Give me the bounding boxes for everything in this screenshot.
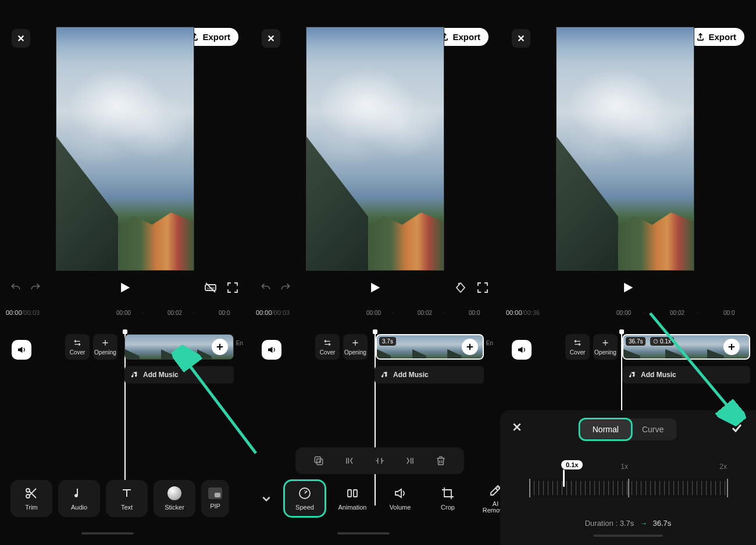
mute-button[interactable] [12, 340, 31, 360]
sheet-confirm-button[interactable] [730, 422, 744, 436]
mute-button[interactable] [512, 340, 532, 360]
speed-value-pill: 0.1x [561, 460, 583, 469]
speed-mode-normal[interactable]: Normal [581, 420, 630, 439]
timeline-ruler: 00:00 · 00:02 · 00:0 [116, 310, 244, 316]
tool-volume[interactable]: Volume [379, 480, 421, 517]
fullscreen-button[interactable] [476, 281, 490, 295]
close-icon [17, 34, 25, 42]
add-clip-button[interactable] [723, 339, 740, 355]
timecode-duration: 00:03 [24, 309, 40, 316]
export-button[interactable]: Export [688, 28, 744, 46]
plus-icon [216, 343, 224, 351]
opening-button[interactable]: Opening [343, 334, 368, 360]
cover-button[interactable]: Cover [65, 334, 90, 360]
tool-text[interactable]: Text [106, 480, 148, 517]
sheet-scrollbar[interactable] [593, 535, 663, 537]
tool-animation[interactable]: Animation [331, 480, 373, 517]
plus-icon [728, 343, 736, 351]
redo-icon [30, 282, 41, 293]
speed-slider[interactable]: 1x 2x 0.1x [529, 462, 727, 492]
speed-mode-segmented: Normal Curve [579, 418, 677, 440]
trash-icon [435, 455, 447, 467]
tool-pip[interactable]: PIP [201, 480, 229, 517]
clip-toolbar: Speed Animation Volume Crop AI AI Remove… [255, 475, 500, 522]
add-music-button[interactable]: Add Music [622, 366, 750, 383]
close-button[interactable] [12, 29, 30, 48]
cover-button[interactable]: Cover [315, 334, 340, 360]
scissors-icon [24, 486, 38, 500]
speedometer-icon [653, 339, 658, 344]
tool-audio[interactable]: Audio [58, 480, 100, 517]
speed-slider-handle[interactable] [563, 469, 565, 487]
split-left-button[interactable] [343, 454, 356, 468]
timecode-row: 00:00/00:36 00:00 · 00:02 · 00:0 [500, 307, 756, 318]
close-button[interactable] [512, 29, 530, 48]
add-clip-button[interactable] [212, 339, 228, 355]
toolbar-scrollbar[interactable] [81, 532, 134, 535]
svg-rect-9 [354, 490, 357, 497]
tool-crop[interactable]: Crop [427, 480, 469, 517]
timecode-current: 00:00 [6, 309, 22, 316]
speedometer-icon [298, 486, 312, 500]
add-clip-button[interactable] [462, 339, 478, 355]
close-button[interactable] [262, 29, 280, 48]
music-note-icon [380, 371, 388, 379]
toolbar-scrollbar[interactable] [337, 532, 390, 535]
hdr-toggle-button[interactable]: HDR [204, 281, 217, 295]
video-preview[interactable] [306, 27, 444, 271]
speed-marks: 1x 2x [529, 462, 727, 471]
delete-clip-button[interactable] [434, 454, 448, 468]
eraser-icon: AI [488, 483, 500, 497]
keyframe-icon [454, 281, 468, 295]
tool-trim[interactable]: Trim [10, 480, 52, 517]
video-preview[interactable] [556, 27, 694, 271]
copy-clip-button[interactable] [312, 454, 326, 468]
plus-icon [601, 338, 610, 347]
clip-duration-badge: 36.7s [626, 337, 646, 346]
split-button[interactable] [373, 454, 387, 468]
duration-readout: Duration : 3.7s → 36.7s [500, 519, 756, 528]
split-right-button[interactable] [403, 454, 417, 468]
collapse-toolbar-button[interactable] [255, 480, 278, 517]
ending-button[interactable]: En [236, 340, 243, 346]
arrow-right-icon: → [640, 519, 647, 528]
tool-speed[interactable]: Speed [284, 480, 326, 517]
redo-button[interactable] [28, 280, 43, 295]
undo-button[interactable] [8, 280, 23, 295]
redo-button[interactable] [278, 280, 293, 295]
text-icon [120, 486, 134, 500]
sheet-close-button[interactable] [512, 422, 526, 436]
opening-button[interactable]: Opening [93, 334, 117, 360]
cover-button[interactable]: Cover [565, 334, 590, 360]
play-button[interactable] [119, 281, 131, 294]
play-button[interactable] [369, 281, 381, 294]
plus-icon [101, 338, 110, 347]
animation-icon [345, 486, 359, 500]
tool-sticker[interactable]: Sticker [154, 480, 195, 517]
tool-ai-remover[interactable]: AI AI Remover [475, 480, 500, 517]
ending-button[interactable]: En [486, 340, 493, 346]
volume-icon [266, 345, 277, 355]
copy-icon [313, 455, 324, 467]
video-preview[interactable] [56, 27, 194, 271]
play-icon [622, 281, 634, 294]
chevron-down-icon [261, 493, 272, 504]
check-icon [730, 422, 742, 433]
crop-icon [441, 486, 455, 500]
sticker-icon [167, 486, 181, 500]
svg-text:HDR: HDR [207, 286, 215, 290]
export-icon [696, 33, 705, 41]
export-label: Export [708, 32, 736, 42]
add-music-button[interactable]: Add Music [124, 366, 234, 383]
fullscreen-button[interactable] [226, 281, 240, 295]
play-button[interactable] [622, 281, 634, 294]
music-icon [72, 486, 86, 500]
add-music-button[interactable]: Add Music [375, 366, 484, 383]
opening-button[interactable]: Opening [593, 334, 618, 360]
mute-button[interactable] [262, 340, 281, 360]
undo-icon [260, 282, 272, 293]
undo-button[interactable] [258, 280, 273, 295]
swap-icon [573, 338, 582, 347]
speed-mode-curve[interactable]: Curve [630, 420, 675, 439]
keyframe-button[interactable] [454, 281, 468, 295]
